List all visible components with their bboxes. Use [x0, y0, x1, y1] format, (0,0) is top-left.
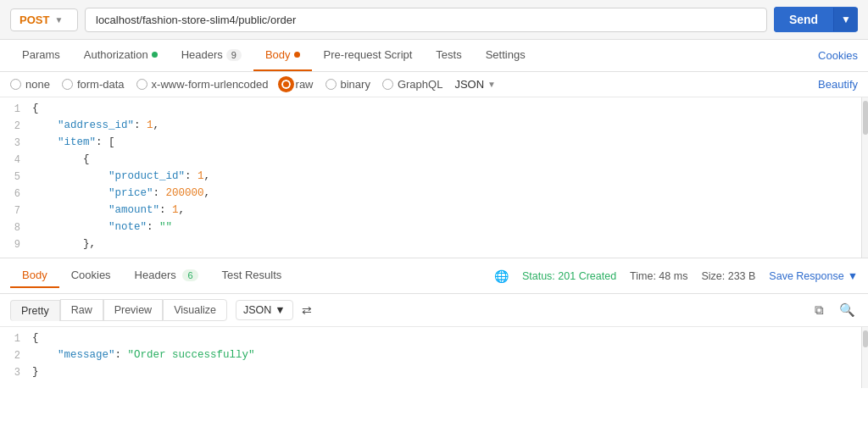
copy-button[interactable]: ⧉ — [812, 300, 826, 320]
tab-headers-label: Headers — [181, 48, 223, 61]
response-meta: 🌐 Status: 201 Created Time: 48 ms Size: … — [494, 269, 858, 283]
response-toolbar: Pretty Raw Preview Visualize JSON ▼ ⇄ ⧉ … — [0, 294, 868, 327]
line-number: 2 — [7, 349, 32, 362]
line-number: 3 — [7, 136, 32, 149]
tab-params-label: Params — [22, 48, 60, 61]
option-urlencoded-label: x-www-form-urlencoded — [152, 78, 269, 91]
tab-headers[interactable]: Headers 9 — [170, 40, 253, 71]
code-line-4: 4 { — [0, 153, 868, 170]
line-content: { — [32, 153, 861, 165]
code-line-8: 8 "note": "" — [0, 221, 868, 238]
line-number: 2 — [7, 119, 32, 132]
tab-body[interactable]: Body — [253, 40, 312, 71]
line-number: 1 — [7, 103, 32, 115]
cookies-link[interactable]: Cookies — [818, 49, 858, 62]
line-content: "address_id": 1, — [32, 119, 861, 131]
tab-bar-right: Cookies — [808, 41, 858, 70]
format-preview-button[interactable]: Preview — [103, 299, 163, 321]
line-content: "product_id": 1, — [32, 170, 861, 182]
tab-pre-request-label: Pre-request Script — [324, 48, 413, 61]
tab-pre-request-script[interactable]: Pre-request Script — [312, 40, 425, 71]
save-response-chevron-icon: ▼ — [848, 270, 858, 282]
response-right-icons: ⧉ 🔍 — [812, 300, 858, 320]
resp-tab-headers[interactable]: Headers 6 — [123, 263, 210, 288]
response-size: Size: 233 B — [701, 270, 755, 282]
response-tabs: Body Cookies Headers 6 Test Results — [10, 263, 494, 288]
response-json-chevron-icon: ▼ — [275, 304, 285, 316]
line-number: 4 — [7, 153, 32, 166]
option-graphql-label: GraphQL — [398, 78, 442, 91]
resp-tab-cookies[interactable]: Cookies — [59, 263, 123, 288]
send-button[interactable]: Send — [774, 7, 833, 32]
send-dropdown-button[interactable]: ▼ — [833, 8, 858, 31]
radio-raw-icon — [281, 79, 292, 90]
radio-binary-icon — [326, 79, 337, 90]
option-binary-label: binary — [341, 78, 370, 91]
url-input[interactable] — [85, 8, 767, 32]
save-response-button[interactable]: Save Response ▼ — [769, 270, 858, 282]
format-visualize-button[interactable]: Visualize — [163, 299, 227, 321]
tab-settings[interactable]: Settings — [474, 40, 537, 71]
resp-tab-body[interactable]: Body — [10, 263, 59, 288]
editor-scrollbar[interactable] — [861, 97, 868, 258]
format-pretty-button[interactable]: Pretty — [10, 300, 60, 321]
request-tab-bar: Params Authorization Headers 9 Body Pre-… — [0, 40, 868, 72]
line-content: "note": "" — [32, 221, 861, 233]
tab-params[interactable]: Params — [10, 40, 72, 71]
option-graphql[interactable]: GraphQL — [382, 78, 442, 91]
top-bar: POST ▼ Send ▼ — [0, 0, 868, 40]
resp-line-2: 2 "message": "Order successfully" — [0, 349, 868, 366]
tab-authorization[interactable]: Authorization — [72, 40, 170, 71]
save-response-label: Save Response — [769, 270, 843, 282]
format-raw-button[interactable]: Raw — [60, 299, 103, 321]
json-format-dropdown[interactable]: JSON ▼ — [454, 78, 496, 91]
code-line-6: 6 "price": 200000, — [0, 187, 868, 204]
request-tabs: Params Authorization Headers 9 Body Pre-… — [10, 40, 808, 71]
resp-tab-cookies-label: Cookies — [71, 269, 111, 281]
response-json-label: JSON — [243, 304, 271, 316]
method-chevron-icon: ▼ — [54, 15, 63, 25]
line-content: { — [32, 103, 861, 114]
beautify-button[interactable]: Beautify — [818, 78, 858, 91]
resp-line-1: 1 { — [0, 332, 868, 349]
line-content: } — [32, 366, 861, 378]
method-selector[interactable]: POST ▼ — [10, 8, 78, 31]
tab-settings-label: Settings — [486, 48, 526, 61]
resp-tab-test-results[interactable]: Test Results — [210, 263, 294, 288]
headers-response-badge: 6 — [182, 269, 198, 281]
authorization-dot-icon — [152, 52, 158, 58]
option-raw[interactable]: raw — [281, 78, 314, 91]
request-body-editor[interactable]: 1 { 2 "address_id": 1, 3 "item": [ 4 { 5… — [0, 97, 868, 258]
option-none-label: none — [25, 78, 50, 91]
line-number: 6 — [7, 187, 32, 200]
line-content: }, — [32, 238, 861, 250]
tab-authorization-label: Authorization — [84, 48, 148, 61]
line-number: 5 — [7, 170, 32, 183]
response-header: Body Cookies Headers 6 Test Results 🌐 St… — [0, 258, 868, 294]
resp-tab-body-label: Body — [22, 269, 47, 281]
method-label: POST — [19, 14, 49, 26]
line-content: { — [32, 332, 861, 344]
radio-urlencoded-icon — [136, 79, 147, 90]
filter-icon[interactable]: ⇄ — [302, 303, 312, 317]
option-urlencoded[interactable]: x-www-form-urlencoded — [136, 78, 269, 91]
resp-line-3: 3 } — [0, 366, 868, 383]
line-number: 9 — [7, 238, 32, 251]
tab-tests[interactable]: Tests — [424, 40, 473, 71]
option-binary[interactable]: binary — [326, 78, 370, 91]
line-content: "amount": 1, — [32, 204, 861, 216]
tab-tests-label: Tests — [436, 48, 461, 61]
resp-tab-test-results-label: Test Results — [222, 269, 282, 281]
code-line-3: 3 "item": [ — [0, 136, 868, 153]
response-scrollbar[interactable] — [861, 327, 868, 388]
option-form-data[interactable]: form-data — [62, 78, 125, 91]
response-body-editor[interactable]: 1 { 2 "message": "Order successfully" 3 … — [0, 327, 868, 388]
status-badge: Status: 201 Created — [522, 270, 616, 282]
search-button[interactable]: 🔍 — [837, 300, 858, 320]
code-line-7: 7 "amount": 1, — [0, 204, 868, 221]
option-none[interactable]: none — [10, 78, 50, 91]
code-line-5: 5 "product_id": 1, — [0, 170, 868, 187]
line-content: "price": 200000, — [32, 187, 861, 199]
response-json-dropdown[interactable]: JSON ▼ — [236, 300, 293, 320]
code-line-1: 1 { — [0, 103, 868, 119]
